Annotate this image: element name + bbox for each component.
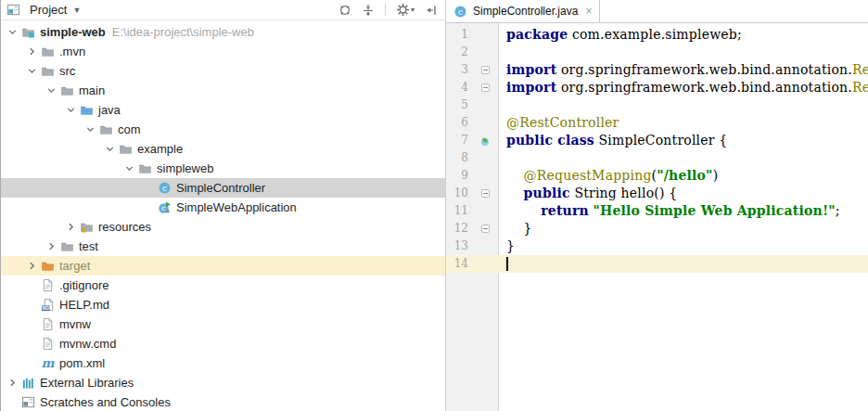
code-line-11: 11 return "Hello Simple Web Application!… xyxy=(446,202,868,220)
gutter-spacer xyxy=(471,149,499,167)
tree-item-label: External Libraries xyxy=(40,376,134,390)
class-icon: c xyxy=(157,181,172,196)
svg-text:c: c xyxy=(161,204,166,212)
code-text: public class SimpleController { xyxy=(499,132,868,149)
editor-tab-simplecontroller[interactable]: c SimpleController.java × xyxy=(446,0,600,22)
tree-indent-spacer xyxy=(24,298,40,313)
project-view-dropdown-icon[interactable]: ▼ xyxy=(72,6,81,15)
tree-item-example[interactable]: example xyxy=(1,139,445,159)
tree-item-main[interactable]: main xyxy=(1,81,445,100)
tree-indent-spacer xyxy=(141,181,157,196)
line-number: 2 xyxy=(446,44,471,61)
tree-item-target[interactable]: target xyxy=(1,256,445,276)
code-line-12: 12 } xyxy=(446,220,868,238)
tree-item-label: com xyxy=(118,122,141,136)
chevron-down-icon[interactable] xyxy=(24,64,40,79)
folder-icon xyxy=(59,239,75,254)
folder-icon xyxy=(137,161,153,176)
collapse-all-icon[interactable] xyxy=(362,4,375,17)
code-text: public String hello() { xyxy=(499,185,868,202)
project-panel-title[interactable]: Project xyxy=(30,3,67,17)
fold-marker-icon[interactable] xyxy=(481,66,490,74)
project-path: E:\idea-project\simple-web xyxy=(112,25,254,39)
chevron-down-icon[interactable] xyxy=(102,142,118,157)
chevron-right-icon[interactable] xyxy=(44,239,59,254)
gutter-spacer xyxy=(471,255,499,273)
tree-item--mvn[interactable]: .mvn xyxy=(1,42,445,61)
toolbar-divider xyxy=(385,4,386,16)
maven-icon: m xyxy=(40,356,56,371)
folder-icon xyxy=(98,122,114,137)
tree-item-label: mvnw xyxy=(59,317,91,331)
tree-item-label: simple-web xyxy=(40,25,106,39)
tree-item-scratches-and-consoles[interactable]: Scratches and Consoles xyxy=(1,392,445,411)
code-line-9: 9 @RequestMapping("/hello") xyxy=(446,167,868,185)
editor-body[interactable]: 1package com.example.simpleweb;23import … xyxy=(446,23,868,411)
code-line-4: 4import org.springframework.web.bind.ann… xyxy=(446,79,868,96)
chevron-down-icon[interactable] xyxy=(63,103,79,118)
code-text xyxy=(499,44,868,61)
class-run-icon: c xyxy=(157,200,172,215)
tree-item-help-md[interactable]: MDHELP.md xyxy=(1,295,445,315)
tree-item-simple-web[interactable]: simple-webE:\idea-project\simple-web xyxy=(1,22,445,42)
tree-item-src[interactable]: src xyxy=(1,61,445,81)
tree-item-label: SimpleController xyxy=(176,181,265,195)
line-number: 13 xyxy=(446,238,471,255)
code-lines: 1package com.example.simpleweb;23import … xyxy=(446,23,868,273)
tree-item-external-libraries[interactable]: External Libraries xyxy=(1,373,445,392)
settings-icon[interactable]: ▾ xyxy=(396,3,415,17)
code-line-2: 2 xyxy=(446,44,868,61)
tree-item-test[interactable]: test xyxy=(1,237,445,256)
tree-item-simplewebapplication[interactable]: cSimpleWebApplication xyxy=(1,198,445,217)
code-line-7: 7public class SimpleController { xyxy=(446,132,868,149)
chevron-right-icon[interactable] xyxy=(24,45,40,59)
tree-item-label: simpleweb xyxy=(157,161,213,175)
line-number: 10 xyxy=(446,185,471,202)
spring-bean-icon[interactable] xyxy=(479,135,491,147)
tree-item-pom-xml[interactable]: mpom.xml xyxy=(1,353,445,373)
code-line-10: 10 public String hello() { xyxy=(446,185,868,202)
tree-item-mvnw-cmd[interactable]: mvnw.cmd xyxy=(1,334,445,353)
tree-item-label: example xyxy=(137,142,183,156)
class-icon: c xyxy=(453,5,467,19)
code-text: import org.springframework.web.bind.anno… xyxy=(499,61,868,79)
chevron-down-icon[interactable] xyxy=(44,83,59,98)
tree-item-simpleweb[interactable]: simpleweb xyxy=(1,159,445,178)
code-text: import org.springframework.web.bind.anno… xyxy=(499,79,868,96)
chevron-right-icon[interactable] xyxy=(24,259,40,274)
code-line-5: 5 xyxy=(446,96,868,114)
locate-icon[interactable] xyxy=(338,4,351,17)
line-number: 6 xyxy=(446,114,471,132)
tree-item--gitignore[interactable]: .gitignore xyxy=(1,276,445,295)
tree-item-mvnw[interactable]: mvnw xyxy=(1,315,445,334)
chevron-down-icon[interactable] xyxy=(5,25,20,40)
code-text: } xyxy=(499,238,868,255)
tree-item-simplecontroller[interactable]: cSimpleController xyxy=(1,178,445,198)
code-text: } xyxy=(499,220,868,238)
tree-item-com[interactable]: com xyxy=(1,120,445,139)
chevron-down-icon[interactable] xyxy=(83,122,98,137)
chevron-right-icon[interactable] xyxy=(63,220,79,235)
fold-marker-icon[interactable] xyxy=(481,189,490,198)
fold-marker-icon[interactable] xyxy=(481,225,490,233)
editor-tab-title: SimpleController.java xyxy=(473,5,578,18)
tree-item-label: .gitignore xyxy=(59,278,108,292)
gutter-spacer xyxy=(471,44,499,61)
tree-indent-spacer xyxy=(24,278,40,293)
code-text xyxy=(499,149,868,167)
hide-icon[interactable] xyxy=(425,4,438,17)
tree-indent-spacer xyxy=(5,395,20,410)
markdown-icon: MD xyxy=(40,298,56,313)
fold-marker-icon[interactable] xyxy=(481,83,490,92)
chevron-down-icon[interactable] xyxy=(121,161,137,176)
close-icon[interactable]: × xyxy=(585,5,592,18)
tree-item-java[interactable]: java xyxy=(1,100,445,120)
code-line-13: 13} xyxy=(446,238,868,255)
gutter-spacer xyxy=(471,26,499,44)
gutter-spacer xyxy=(471,167,499,185)
code-line-14: 14 xyxy=(446,255,868,273)
code-text: @RestController xyxy=(499,114,868,132)
chevron-right-icon[interactable] xyxy=(5,376,20,391)
tree-item-resources[interactable]: resources xyxy=(1,217,445,237)
tree-item-label: test xyxy=(79,239,98,253)
